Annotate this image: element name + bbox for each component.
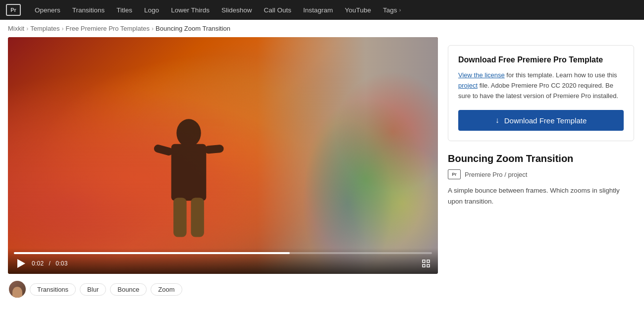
download-card-desc: View the license for this template. Lear… <box>458 70 624 101</box>
nav-item-lower-thirds[interactable]: Lower Thirds <box>165 0 215 20</box>
svg-rect-8 <box>423 264 425 267</box>
breadcrumb-sep-2: › <box>61 25 63 32</box>
video-time-current: 0:02 <box>32 260 44 267</box>
nav-item-logo[interactable]: Logo <box>138 0 165 20</box>
template-title: Bouncing Zoom Transition <box>448 153 634 164</box>
svg-rect-2 <box>153 144 174 156</box>
nav-item-slideshow[interactable]: Slideshow <box>215 0 258 20</box>
main-content: 0:02 / 0:03 <box>0 37 644 308</box>
sidebar: Download Free Premiere Pro Template View… <box>438 37 644 215</box>
tag-bounce[interactable]: Bounce <box>110 283 147 296</box>
download-card-title: Download Free Premiere Pro Template <box>458 55 624 64</box>
license-link[interactable]: View the license <box>458 71 505 79</box>
project-link[interactable]: project <box>458 82 478 89</box>
video-progress-bar[interactable] <box>14 252 432 254</box>
svg-rect-5 <box>191 198 204 237</box>
nav-item-instagram[interactable]: Instagram <box>297 0 339 20</box>
nav-item-transitions[interactable]: Transitions <box>66 0 111 20</box>
breadcrumb-sep-3: › <box>152 25 154 32</box>
download-button[interactable]: ↓ Download Free Template <box>458 110 624 131</box>
template-meta: Pr Premiere Pro / project <box>448 169 634 179</box>
nav-item-titles[interactable]: Titles <box>110 0 138 20</box>
video-container[interactable]: 0:02 / 0:03 <box>8 37 438 274</box>
play-button[interactable] <box>14 257 27 270</box>
navbar: Pr Openers Transitions Titles Logo Lower… <box>0 0 644 20</box>
video-time-total: 0:03 <box>55 260 68 267</box>
tag-zoom[interactable]: Zoom <box>151 283 182 296</box>
download-icon: ↓ <box>495 116 499 125</box>
avatar-figure <box>12 287 22 298</box>
video-tags: Transitions Blur Bounce Zoom <box>8 281 438 298</box>
chevron-right-icon: › <box>399 7 401 13</box>
svg-rect-9 <box>427 264 429 267</box>
breadcrumb-current: Bouncing Zoom Transition <box>156 25 230 32</box>
video-controls-left: 0:02 / 0:03 <box>14 257 68 270</box>
svg-rect-7 <box>427 260 429 262</box>
breadcrumb-templates[interactable]: Templates <box>30 25 59 32</box>
nav-item-tags[interactable]: Tags › <box>377 6 407 14</box>
breadcrumb-free-templates[interactable]: Free Premiere Pro Templates <box>65 25 150 32</box>
tag-blur[interactable]: Blur <box>80 283 106 296</box>
video-wall <box>257 37 438 274</box>
play-icon <box>17 259 25 268</box>
navbar-logo[interactable]: Pr <box>6 4 21 16</box>
navbar-items: Openers Transitions Titles Logo Lower Th… <box>29 0 407 20</box>
nav-item-openers[interactable]: Openers <box>29 0 66 20</box>
breadcrumb-sep-1: › <box>26 25 28 32</box>
video-background <box>8 37 438 274</box>
breadcrumb-mixkit[interactable]: Mixkit <box>8 25 24 32</box>
template-info: Bouncing Zoom Transition Pr Premiere Pro… <box>448 153 634 207</box>
fullscreen-button[interactable] <box>420 258 432 269</box>
user-avatar <box>9 281 26 298</box>
fullscreen-icon <box>422 260 430 267</box>
svg-rect-4 <box>173 198 186 237</box>
svg-point-0 <box>176 119 201 147</box>
video-controls-row: 0:02 / 0:03 <box>14 257 432 270</box>
download-button-label: Download Free Template <box>504 116 587 125</box>
nav-item-youtube[interactable]: YouTube <box>339 0 377 20</box>
video-figure-silhouette <box>144 98 233 247</box>
svg-rect-3 <box>204 145 224 154</box>
video-time-separator: / <box>49 260 51 267</box>
video-section: 0:02 / 0:03 <box>8 37 438 298</box>
download-card: Download Free Premiere Pro Template View… <box>448 45 634 141</box>
video-controls: 0:02 / 0:03 <box>8 248 438 274</box>
svg-rect-1 <box>171 144 206 201</box>
template-description: A simple bounce between frames. Which zo… <box>448 185 634 207</box>
premiere-pro-badge: Pr <box>448 169 461 179</box>
video-wall-graffiti <box>257 37 438 274</box>
nav-item-call-outs[interactable]: Call Outs <box>258 0 297 20</box>
tag-transitions[interactable]: Transitions <box>30 283 76 296</box>
template-type-label: Premiere Pro / project <box>465 171 527 178</box>
svg-rect-6 <box>423 260 425 262</box>
breadcrumb: Mixkit › Templates › Free Premiere Pro T… <box>0 20 644 37</box>
video-progress-fill <box>14 252 290 254</box>
